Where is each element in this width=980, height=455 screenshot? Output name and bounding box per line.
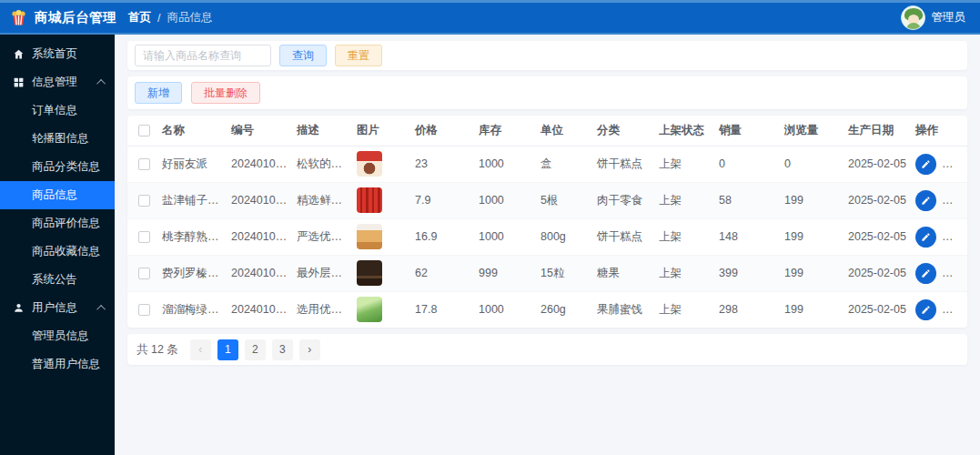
product-image: [357, 187, 382, 213]
home-icon: [13, 48, 25, 60]
chevron-up-icon: [96, 305, 106, 314]
user-menu[interactable]: 管理员: [901, 5, 980, 30]
col-unit: 单位: [539, 116, 595, 146]
products-table: 名称 编号 描述 图片 价格 库存 单位 分类 上架状态 销量 浏览量 生产日期…: [127, 116, 967, 328]
pagination: 共 12 条 ‹ 1 2 3 ›: [127, 334, 967, 365]
add-button[interactable]: 新增: [135, 82, 182, 104]
col-stock: 库存: [477, 116, 539, 146]
sidebar-item-home[interactable]: 系统首页: [0, 40, 115, 68]
search-bar: 查询 重置: [127, 41, 967, 70]
sidebar-group-users[interactable]: 用户信息: [0, 294, 115, 322]
col-status: 上架状态: [657, 116, 717, 146]
col-ops: 操作: [914, 116, 967, 146]
avatar-art: [906, 23, 921, 30]
table-row: 溜溜梅绿茶... 2024010017 选用优质青... 17.8 1000 2…: [127, 291, 967, 328]
col-category: 分类: [595, 116, 657, 146]
popcorn-icon: [9, 8, 28, 27]
sidebar-item-announcements[interactable]: 系统公告: [0, 266, 115, 294]
table-row: 盐津铺子鸭脖 2024010020 精选鲜嫩鸭... 7.9 1000 5根 肉…: [127, 182, 967, 218]
prev-page-button[interactable]: ‹: [190, 339, 211, 360]
col-views: 浏览量: [783, 116, 846, 146]
grid-icon: [13, 76, 25, 88]
col-code: 编号: [229, 116, 295, 146]
reset-button[interactable]: 重置: [335, 45, 382, 66]
avatar[interactable]: [901, 5, 925, 30]
page-button-3[interactable]: 3: [272, 339, 293, 360]
sidebar-item-reviews[interactable]: 商品评价信息: [0, 209, 115, 238]
edit-icon: [921, 268, 931, 278]
row-checkbox[interactable]: [138, 268, 150, 279]
app-window: 商城后台管理 首页 / 商品信息 管理员 系统首页 信息管理 订单信息 轮播图: [0, 0, 980, 455]
edit-icon: [921, 196, 931, 206]
edit-button[interactable]: [915, 227, 936, 248]
logo: 商城后台管理: [0, 8, 115, 27]
table-header-row: 名称 编号 描述 图片 价格 库存 单位 分类 上架状态 销量 浏览量 生产日期…: [127, 116, 967, 146]
product-image: [357, 224, 382, 249]
col-desc: 描述: [295, 116, 355, 146]
edit-icon: [921, 232, 931, 242]
edit-button[interactable]: [915, 299, 936, 320]
table-row: 桃李醇熟切... 2024010019 严选优质小... 16.9 1000 8…: [127, 218, 967, 255]
select-all-checkbox[interactable]: [138, 125, 150, 136]
col-sales: 销量: [717, 116, 783, 146]
sidebar-item-admins[interactable]: 管理员信息: [0, 322, 115, 350]
breadcrumb-separator: /: [157, 12, 160, 25]
col-price: 价格: [413, 116, 477, 146]
table-row: 费列罗榛果... 2024010018 最外层是香... 62 999 15粒 …: [127, 255, 967, 291]
product-image: [357, 297, 382, 322]
sidebar-item-products[interactable]: 商品信息: [0, 181, 115, 209]
breadcrumb-home-link[interactable]: 首页: [128, 10, 151, 25]
breadcrumb: 首页 / 商品信息: [128, 10, 212, 25]
edit-button[interactable]: [915, 263, 936, 284]
user-icon: [13, 302, 25, 314]
table-row: 好丽友派 2024010021 松软的蛋糕... 23 1000 盒 饼干糕点 …: [127, 146, 967, 182]
edit-button[interactable]: [915, 154, 936, 175]
topbar: 商城后台管理 首页 / 商品信息 管理员: [0, 0, 980, 35]
col-name: 名称: [160, 116, 229, 146]
sidebar-item-banners[interactable]: 轮播图信息: [0, 125, 115, 153]
next-page-button[interactable]: ›: [299, 339, 320, 360]
search-input[interactable]: [135, 45, 271, 66]
sidebar-group-info[interactable]: 信息管理: [0, 68, 115, 96]
sidebar-item-orders[interactable]: 订单信息: [0, 96, 115, 125]
sidebar-item-favorites[interactable]: 商品收藏信息: [0, 238, 115, 266]
edit-icon: [921, 305, 931, 315]
page-button-1[interactable]: 1: [217, 339, 238, 360]
toolbar: 新增 批量删除: [127, 76, 967, 109]
username-label: 管理员: [932, 10, 966, 25]
col-image: 图片: [355, 116, 413, 146]
app-title: 商城后台管理: [35, 9, 116, 26]
main-content: 查询 重置 新增 批量删除 名称 编号 描述: [115, 35, 980, 455]
total-count-label: 共 12 条: [136, 342, 178, 358]
col-date: 生产日期: [846, 116, 914, 146]
sidebar-item-categories[interactable]: 商品分类信息: [0, 153, 115, 181]
sidebar: 系统首页 信息管理 订单信息 轮播图信息 商品分类信息 商品信息 商品评价信息 …: [0, 35, 115, 455]
breadcrumb-current: 商品信息: [167, 10, 212, 25]
batch-delete-button[interactable]: 批量删除: [191, 82, 260, 104]
query-button[interactable]: 查询: [279, 45, 327, 66]
sidebar-item-normal-users[interactable]: 普通用户信息: [0, 350, 115, 379]
products-table-card: 名称 编号 描述 图片 价格 库存 单位 分类 上架状态 销量 浏览量 生产日期…: [127, 116, 967, 328]
product-image: [357, 260, 382, 286]
row-checkbox[interactable]: [138, 158, 150, 170]
product-image: [357, 151, 382, 177]
row-checkbox[interactable]: [138, 195, 150, 207]
chevron-up-icon: [96, 79, 106, 88]
page-button-2[interactable]: 2: [245, 339, 266, 360]
row-checkbox[interactable]: [138, 304, 150, 316]
edit-icon: [921, 159, 931, 169]
edit-button[interactable]: [915, 190, 936, 211]
row-checkbox[interactable]: [138, 231, 150, 243]
